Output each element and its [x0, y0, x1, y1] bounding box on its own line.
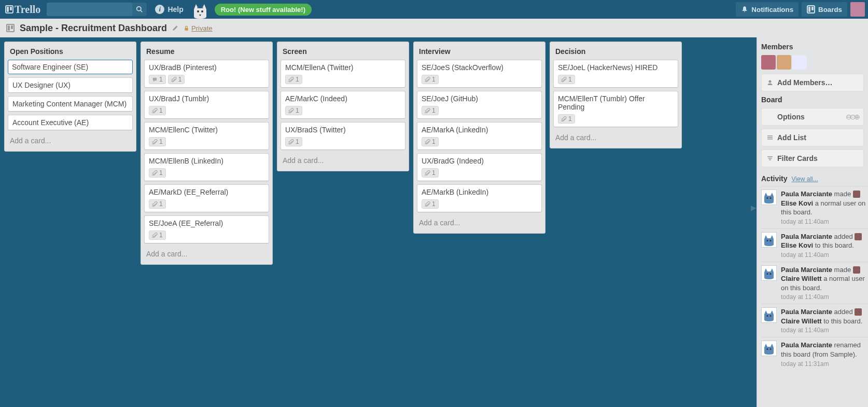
card[interactable]: MCM/EllenC (Twitter)1 — [144, 122, 269, 150]
card[interactable]: SE/JoeS (StackOverflow)1 — [417, 60, 542, 88]
sidebar-toggle[interactable]: ▶ — [751, 204, 757, 212]
user-avatar[interactable] — [850, 2, 865, 17]
card[interactable]: SE/JoeL (HackerNews) HIRED1 — [553, 60, 678, 88]
activity-time: today at 11:40am — [781, 327, 866, 334]
svg-rect-7 — [767, 137, 773, 138]
member-avatar[interactable] — [777, 55, 791, 70]
card[interactable]: AE/MarkA (LinkedIn)1 — [417, 122, 542, 150]
svg-rect-6 — [767, 135, 773, 137]
attachments-badge: 1 — [149, 137, 166, 146]
add-card-button[interactable]: Add a card... — [281, 153, 405, 168]
attachments-badge: 1 — [149, 106, 166, 115]
privacy-toggle[interactable]: Private — [184, 24, 212, 32]
card[interactable]: MCM/EllenA (Twitter)1 — [281, 60, 405, 88]
svg-point-2 — [197, 10, 199, 12]
trello-logo-icon — [5, 5, 13, 13]
card[interactable]: AE/MarkC (Indeed)1 — [281, 91, 405, 119]
attachment-icon — [425, 170, 430, 176]
svg-line-1 — [141, 10, 143, 12]
lists-container: Open PositionsSoftware Engineer (SE)UX D… — [0, 37, 757, 407]
add-list-button[interactable]: Add List — [761, 129, 864, 146]
attachments-badge: 1 — [422, 137, 439, 146]
card[interactable]: Account Executive (AE) — [8, 115, 133, 130]
card[interactable]: UX/BradS (Twitter)1 — [281, 122, 405, 150]
add-card-button[interactable]: Add a card... — [417, 215, 542, 230]
attachments-badge: 1 — [149, 199, 166, 209]
list-title[interactable]: Decision — [553, 45, 678, 60]
card-title: UX/BradB (Pinterest) — [149, 63, 264, 72]
mentioned-avatar — [853, 191, 860, 198]
card[interactable]: MCM/EllenB (LinkedIn)1 — [144, 153, 269, 181]
card[interactable]: Software Engineer (SE) — [8, 60, 133, 74]
svg-rect-11 — [769, 159, 771, 160]
card-title: AE/MarkA (LinkedIn) — [422, 126, 537, 134]
activity-avatar[interactable] — [761, 341, 777, 356]
mentioned-avatar — [855, 233, 862, 240]
list-title[interactable]: Resume — [144, 45, 269, 60]
card-badges: 1 — [149, 106, 264, 115]
card[interactable]: UX/BradG (Indeed)1 — [417, 153, 542, 181]
card[interactable]: Marketing Content Manager (MCM) — [8, 96, 133, 112]
attachment-icon — [425, 108, 430, 114]
add-card-button[interactable]: Add a card... — [8, 133, 133, 148]
mentioned-avatar — [855, 308, 862, 316]
add-members-button[interactable]: Add Members… — [761, 74, 864, 91]
activity-text: Paula Marciante added Claire Willett to … — [781, 307, 866, 325]
activity-text: Paula Marciante made Claire Willett a no… — [781, 265, 866, 293]
activity-avatar[interactable] — [761, 307, 777, 323]
mascot-icon[interactable] — [192, 0, 211, 19]
card-title: UX/BradS (Twitter) — [285, 126, 401, 134]
svg-point-0 — [137, 7, 141, 11]
activity-time: today at 11:40am — [781, 218, 866, 225]
card-title: SE/JoeJ (GitHub) — [422, 94, 537, 103]
add-card-button[interactable]: Add a card... — [553, 130, 678, 145]
card[interactable]: UX Designer (UX) — [8, 77, 133, 93]
board-area: Open PositionsSoftware Engineer (SE)UX D… — [0, 37, 868, 407]
add-members-label: Add Members… — [777, 78, 833, 87]
card[interactable]: SE/JoeA (EE_Referral)1 — [144, 215, 269, 243]
trello-logo[interactable]: Trello — [3, 4, 43, 16]
activity-header: Activity View all... — [761, 170, 868, 186]
search-button[interactable] — [132, 3, 147, 16]
list-title[interactable]: Open Positions — [8, 45, 133, 60]
roo-notification[interactable]: Roo! (New stuff available!) — [215, 4, 312, 16]
card-title: MCM/EllenB (LinkedIn) — [149, 157, 264, 165]
edit-title-icon[interactable] — [172, 25, 178, 31]
view-all-link[interactable]: View all... — [792, 175, 818, 183]
notifications-label: Notifications — [751, 6, 793, 13]
list-title[interactable]: Screen — [281, 45, 405, 60]
card-badges: 1 — [285, 106, 401, 115]
member-avatar[interactable] — [761, 55, 776, 70]
help-button[interactable]: i Help — [151, 5, 187, 14]
card-title: Marketing Content Manager (MCM) — [12, 100, 128, 108]
member-avatar[interactable] — [792, 55, 807, 70]
list: ResumeUX/BradB (Pinterest)11UX/BradJ (Tu… — [141, 42, 273, 265]
activity-avatar[interactable] — [761, 232, 777, 248]
card-title: SE/JoeA (EE_Referral) — [149, 219, 264, 227]
card[interactable]: UX/BradB (Pinterest)11 — [144, 60, 269, 88]
attachment-icon — [561, 77, 567, 83]
card[interactable]: AE/MarkD (EE_Referral)1 — [144, 184, 269, 212]
activity-text: Paula Marciante added Elise Kovi to this… — [781, 232, 866, 250]
notifications-button[interactable]: Notifications — [736, 2, 799, 17]
filter-cards-button[interactable]: Filter Cards — [761, 150, 864, 167]
activity-avatar[interactable] — [761, 265, 777, 281]
card[interactable]: MCM/EllenT (Tumblr) Offer Pending1 — [553, 91, 678, 127]
list-title[interactable]: Interview — [417, 45, 542, 60]
add-card-button[interactable]: Add a card... — [144, 247, 269, 261]
svg-point-16 — [767, 273, 768, 275]
card[interactable]: SE/JoeJ (GitHub)1 — [417, 91, 542, 119]
card[interactable]: UX/BradJ (Tumblr)1 — [144, 91, 269, 119]
search-icon — [136, 6, 143, 13]
members-row — [761, 55, 868, 70]
boards-button[interactable]: Boards — [802, 2, 847, 17]
search-input[interactable] — [47, 3, 132, 16]
list: ScreenMCM/EllenA (Twitter)1AE/MarkC (Ind… — [277, 42, 409, 171]
filter-icon — [767, 155, 773, 161]
activity-item: Paula Marciante added Claire Willett to … — [761, 304, 868, 337]
activity-item: Paula Marciante made Claire Willett a no… — [761, 262, 868, 304]
options-button[interactable]: Options ⊖⊙⊕ — [761, 108, 864, 126]
card[interactable]: AE/MarkB (LinkedIn)1 — [417, 184, 542, 212]
activity-avatar[interactable] — [761, 189, 777, 205]
card-badges: 11 — [149, 75, 264, 84]
